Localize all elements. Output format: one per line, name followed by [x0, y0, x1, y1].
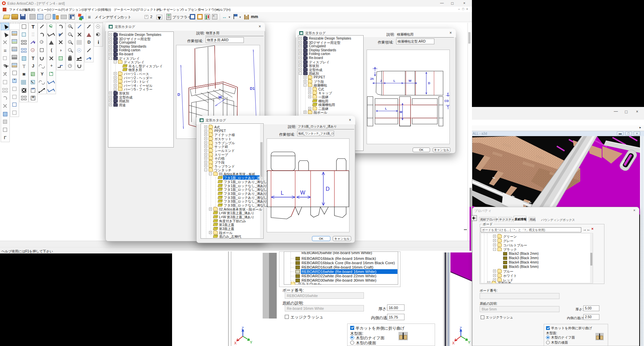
- svg-text:L: L: [385, 107, 387, 110]
- svg-text:J: J: [380, 79, 382, 82]
- svg-text:W: W: [300, 190, 306, 195]
- svg-text:Z: Z: [460, 327, 462, 330]
- svg-text:W: W: [218, 95, 222, 99]
- svg-text:JA: JA: [370, 77, 374, 80]
- svg-text:W: W: [399, 110, 402, 114]
- svg-text:D1: D1: [250, 86, 255, 91]
- svg-text:X: X: [234, 341, 237, 345]
- svg-text:Y: Y: [468, 340, 470, 344]
- svg-text:D: D: [177, 93, 180, 97]
- svg-text:CD: CD: [444, 99, 449, 103]
- svg-text:D: D: [326, 186, 330, 192]
- svg-text:L: L: [281, 190, 284, 196]
- svg-text:Z: Z: [241, 327, 244, 330]
- svg-text:X: X: [452, 341, 455, 345]
- svg-text:W: W: [409, 79, 412, 82]
- svg-text:L: L: [393, 79, 395, 82]
- svg-text:Y: Y: [250, 340, 252, 344]
- svg-text:D: D: [428, 81, 430, 85]
